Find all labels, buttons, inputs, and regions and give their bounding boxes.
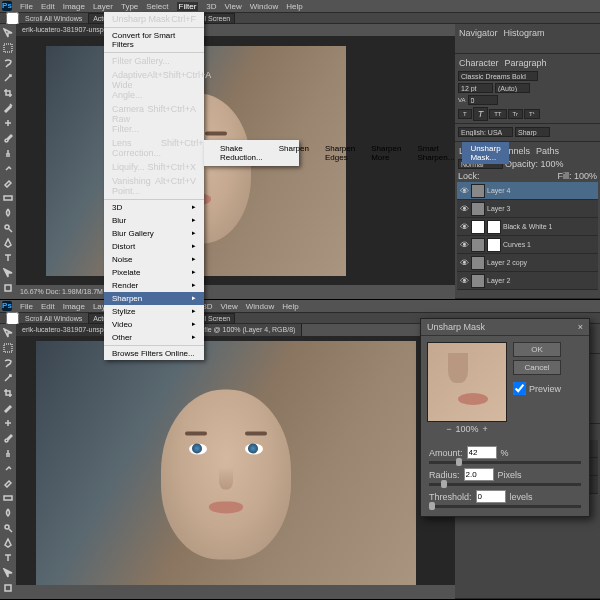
heal-tool[interactable] — [1, 116, 15, 130]
stamp-tool[interactable] — [1, 146, 15, 160]
visibility-icon[interactable]: 👁 — [459, 258, 469, 268]
radius-input[interactable] — [464, 468, 494, 481]
menu-item-distort[interactable]: Distort — [104, 240, 204, 253]
history-tool[interactable] — [1, 461, 15, 475]
menu-edit[interactable]: Edit — [41, 2, 55, 11]
eyedropper-tool[interactable] — [1, 101, 15, 115]
dodge-tool[interactable] — [1, 221, 15, 235]
menu-layer[interactable]: Layer — [93, 2, 113, 11]
visibility-icon[interactable]: 👁 — [459, 240, 469, 250]
lasso-tool[interactable] — [1, 56, 15, 70]
wand-tool[interactable] — [1, 371, 15, 385]
menu-item-stylize[interactable]: Stylize — [104, 305, 204, 318]
lasso-tool[interactable] — [1, 356, 15, 370]
menu-item-video[interactable]: Video — [104, 318, 204, 331]
layer-item[interactable]: 👁Layer 2 — [457, 272, 598, 290]
menu-item-blur[interactable]: Blur — [104, 214, 204, 227]
layer-item[interactable]: 👁Curves 1 — [457, 236, 598, 254]
menu-item-last-filter[interactable]: Unsharp MaskCtrl+F — [104, 12, 204, 26]
submenu-smart-sharpen[interactable]: Smart Sharpen... — [409, 142, 462, 164]
submenu-shake-reduction[interactable]: Shake Reduction... — [212, 142, 271, 164]
canvas-area[interactable] — [16, 336, 455, 585]
menu-item-browse-online[interactable]: Browse Filters Online... — [104, 347, 204, 360]
menu-image[interactable]: Image — [63, 302, 85, 311]
menu-item-blur-gallery[interactable]: Blur Gallery — [104, 227, 204, 240]
scroll-all-checkbox[interactable] — [6, 12, 19, 25]
stamp-tool[interactable] — [1, 446, 15, 460]
amount-track[interactable] — [429, 461, 581, 464]
pen-tool[interactable] — [1, 236, 15, 250]
submenu-sharpen[interactable]: Sharpen — [271, 142, 317, 164]
menu-help[interactable]: Help — [286, 2, 302, 11]
menu-help[interactable]: Help — [282, 302, 298, 311]
type-tool[interactable] — [1, 251, 15, 265]
menu-window[interactable]: Window — [246, 302, 274, 311]
menu-item-camera-raw[interactable]: Camera Raw Filter...Shift+Ctrl+A — [104, 102, 204, 136]
gradient-tool[interactable] — [1, 191, 15, 205]
leading-input[interactable] — [495, 83, 530, 93]
move-tool[interactable] — [1, 326, 15, 340]
crop-tool[interactable] — [1, 86, 15, 100]
visibility-icon[interactable]: 👁 — [459, 276, 469, 286]
shape-tool[interactable] — [1, 281, 15, 295]
menu-item-3d[interactable]: 3D — [104, 201, 204, 214]
tab-paragraph[interactable]: Paragraph — [505, 58, 547, 68]
dodge-tool[interactable] — [1, 521, 15, 535]
aa-select[interactable] — [515, 127, 550, 137]
menu-item-sharpen[interactable]: Sharpen — [104, 292, 204, 305]
history-tool[interactable] — [1, 161, 15, 175]
menu-file[interactable]: File — [20, 2, 33, 11]
visibility-icon[interactable]: 👁 — [459, 186, 469, 196]
menu-item-filter-gallery[interactable]: Filter Gallery... — [104, 54, 204, 68]
blur-tool[interactable] — [1, 506, 15, 520]
visibility-icon[interactable]: 👁 — [459, 222, 469, 232]
submenu-unsharp-mask[interactable]: Unsharp Mask... — [462, 142, 508, 164]
close-icon[interactable]: × — [578, 322, 583, 332]
ok-button[interactable]: OK — [513, 342, 561, 357]
shape-tool[interactable] — [1, 581, 15, 595]
font-family-select[interactable] — [458, 71, 538, 81]
menu-3d[interactable]: 3D — [206, 2, 216, 11]
layer-item[interactable]: 👁Layer 4 — [457, 182, 598, 200]
menu-item-render[interactable]: Render — [104, 279, 204, 292]
pen-tool[interactable] — [1, 536, 15, 550]
tab-histogram[interactable]: Histogram — [504, 28, 545, 38]
tracking-input[interactable] — [468, 95, 498, 105]
layer-item[interactable]: 👁Black & White 1 — [457, 218, 598, 236]
move-tool[interactable] — [1, 26, 15, 40]
marquee-tool[interactable] — [1, 41, 15, 55]
marquee-tool[interactable] — [1, 341, 15, 355]
menu-item-noise[interactable]: Noise — [104, 253, 204, 266]
brush-tool[interactable] — [1, 131, 15, 145]
menu-item-other[interactable]: Other — [104, 331, 204, 344]
visibility-icon[interactable]: 👁 — [459, 204, 469, 214]
font-size-input[interactable] — [458, 83, 493, 93]
tab-character[interactable]: Character — [459, 58, 499, 68]
eraser-tool[interactable] — [1, 176, 15, 190]
gradient-tool[interactable] — [1, 491, 15, 505]
lang-select[interactable] — [458, 127, 513, 137]
menu-filter[interactable]: Filter — [177, 2, 199, 11]
eyedropper-tool[interactable] — [1, 401, 15, 415]
zoom-in-button[interactable]: + — [483, 424, 488, 434]
tab-paths[interactable]: Paths — [536, 146, 559, 156]
menu-item-lens-correction[interactable]: Lens Correction...Shift+Ctrl+R — [104, 136, 204, 160]
menu-file[interactable]: File — [20, 302, 33, 311]
menu-item-convert-smart[interactable]: Convert for Smart Filters — [104, 29, 204, 51]
menu-item-adaptive-wide[interactable]: Adaptive Wide Angle...Alt+Shift+Ctrl+A — [104, 68, 204, 102]
threshold-input[interactable] — [476, 490, 506, 503]
cancel-button[interactable]: Cancel — [513, 360, 561, 375]
menu-item-pixelate[interactable]: Pixelate — [104, 266, 204, 279]
blur-tool[interactable] — [1, 206, 15, 220]
submenu-sharpen-more[interactable]: Sharpen More — [363, 142, 409, 164]
eraser-tool[interactable] — [1, 476, 15, 490]
path-tool[interactable] — [1, 266, 15, 280]
amount-input[interactable] — [467, 446, 497, 459]
menu-item-liquify[interactable]: Liquify...Shift+Ctrl+X — [104, 160, 204, 174]
scroll-all-checkbox[interactable] — [6, 312, 19, 325]
layer-item[interactable]: 👁Layer 3 — [457, 200, 598, 218]
menu-view[interactable]: View — [225, 2, 242, 11]
wand-tool[interactable] — [1, 71, 15, 85]
canvas[interactable] — [36, 341, 416, 585]
radius-track[interactable] — [429, 483, 581, 486]
